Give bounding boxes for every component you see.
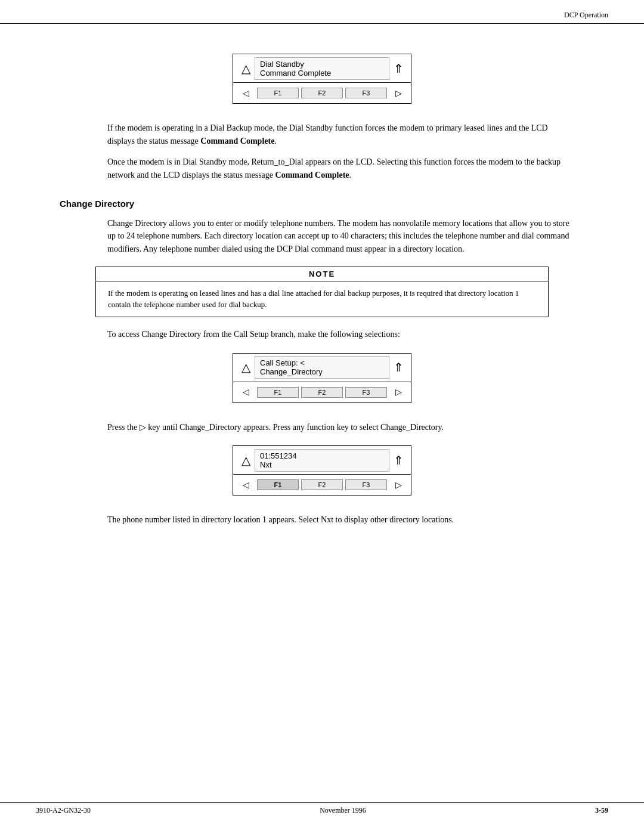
lcd-screen-3: 01:551234 Nxt <box>255 449 389 472</box>
para5-arrow-icon: ▷ <box>140 423 146 432</box>
lcd-bottom-row-3: ◁ F1 F2 F3 ▷ <box>233 475 411 495</box>
lcd-display-2: △ Call Setup: < Change_Directory ⇑ ◁ F1 … <box>60 353 584 403</box>
lcd-bottom-row-1: ◁ F1 F2 F3 ▷ <box>233 83 411 103</box>
para5-pre: Press the <box>107 423 140 432</box>
down-arrow-icon-3: ⇑ <box>389 453 407 467</box>
para2-bold: Command Complete <box>275 171 349 179</box>
left-arrow-icon-1: ◁ <box>237 88 255 98</box>
footer-left: 3910-A2-GN32-30 <box>36 806 91 815</box>
f1-button-1[interactable]: F1 <box>257 88 299 98</box>
note-box: NOTE If the modem is operating on leased… <box>95 267 549 317</box>
section-heading-change-directory: Change Directory <box>60 199 584 209</box>
f1-button-2[interactable]: F1 <box>257 387 299 398</box>
para1-bold: Command Complete <box>200 137 274 145</box>
f1-button-3[interactable]: F1 <box>257 479 299 490</box>
note-content: If the modem is operating on leased line… <box>96 281 548 317</box>
paragraph-4: To access Change Directory from the Call… <box>107 328 572 341</box>
note-title: NOTE <box>96 267 548 281</box>
f3-button-1[interactable]: F3 <box>345 88 387 98</box>
lcd-screen-1: Dial Standby Command Complete <box>255 57 389 80</box>
footer-center: November 1996 <box>320 806 366 815</box>
paragraph-1: If the modem is operating in a Dial Back… <box>107 122 572 147</box>
right-arrow-icon-2: ▷ <box>389 387 407 397</box>
main-content: △ Dial Standby Command Complete ⇑ ◁ F1 F… <box>0 24 644 583</box>
paragraph-3: Change Directory allows you to enter or … <box>107 217 572 256</box>
f3-button-2[interactable]: F3 <box>345 387 387 398</box>
lcd-line1-1: Dial Standby <box>260 60 384 69</box>
lcd-box-2: △ Call Setup: < Change_Directory ⇑ ◁ F1 … <box>233 353 411 403</box>
lcd-line1-2: Call Setup: < <box>260 358 384 367</box>
lcd-top-row-3: △ 01:551234 Nxt ⇑ <box>233 446 411 475</box>
footer-right: 3-59 <box>595 806 608 815</box>
up-arrow-icon-1: △ <box>237 61 255 76</box>
up-arrow-icon-3: △ <box>237 453 255 467</box>
lcd-box-3: △ 01:551234 Nxt ⇑ ◁ F1 F2 F3 ▷ <box>233 445 411 496</box>
page-footer: 3910-A2-GN32-30 November 1996 3-59 <box>0 802 644 819</box>
para5-post: key until Change_Directory appears. Pres… <box>146 423 444 432</box>
lcd-bottom-row-2: ◁ F1 F2 F3 ▷ <box>233 382 411 402</box>
left-arrow-icon-3: ◁ <box>237 480 255 490</box>
paragraph-6: The phone number listed in directory loc… <box>107 513 572 527</box>
left-arrow-icon-2: ◁ <box>237 387 255 397</box>
lcd-top-row-1: △ Dial Standby Command Complete ⇑ <box>233 54 411 83</box>
lcd-line1-3: 01:551234 <box>260 451 384 460</box>
header-title: DCP Operation <box>564 11 608 20</box>
lcd-screen-2: Call Setup: < Change_Directory <box>255 356 389 379</box>
paragraph-5: Press the ▷ key until Change_Directory a… <box>107 421 572 434</box>
para1-end: . <box>274 137 277 145</box>
page-header: DCP Operation <box>0 0 644 24</box>
right-arrow-icon-3: ▷ <box>389 480 407 490</box>
para2-end: . <box>349 171 352 179</box>
lcd-display-1: △ Dial Standby Command Complete ⇑ ◁ F1 F… <box>60 54 584 104</box>
f2-button-1[interactable]: F2 <box>301 88 343 98</box>
right-arrow-icon-1: ▷ <box>389 88 407 98</box>
up-arrow-icon-2: △ <box>237 360 255 374</box>
lcd-line2-2: Change_Directory <box>260 367 384 376</box>
paragraph-2: Once the modem is in Dial Standby mode, … <box>107 156 572 181</box>
f2-button-3[interactable]: F2 <box>301 479 343 490</box>
lcd-box-1: △ Dial Standby Command Complete ⇑ ◁ F1 F… <box>233 54 411 104</box>
lcd-display-3: △ 01:551234 Nxt ⇑ ◁ F1 F2 F3 ▷ <box>60 445 584 496</box>
down-arrow-icon-2: ⇑ <box>389 360 407 374</box>
lcd-line2-3: Nxt <box>260 460 384 469</box>
f3-button-3[interactable]: F3 <box>345 479 387 490</box>
f2-button-2[interactable]: F2 <box>301 387 343 398</box>
down-arrow-icon-1: ⇑ <box>389 61 407 76</box>
para1-text: If the modem is operating in a Dial Back… <box>107 123 548 145</box>
lcd-top-row-2: △ Call Setup: < Change_Directory ⇑ <box>233 354 411 382</box>
lcd-line2-1: Command Complete <box>260 69 384 78</box>
